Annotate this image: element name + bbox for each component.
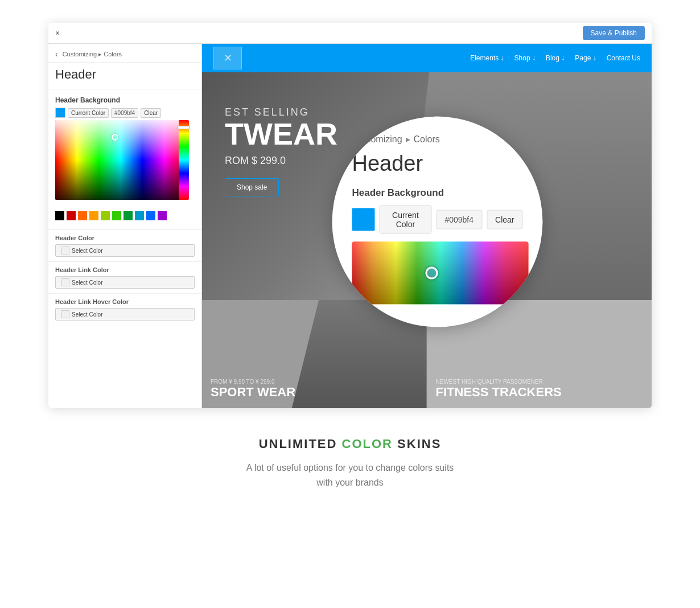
fake-logo: ✕ [213,47,242,69]
desc-line1: A lot of useful options for you to chang… [246,463,454,473]
hero-text: EST SELLING TWEAR ROM $ 299.0 Shop sale [225,106,337,196]
color-row-main: Current Color #009bf4 Clear [55,108,195,118]
select-color-btn-2[interactable]: Select Color [55,308,195,321]
magnify-current-color-btn[interactable]: Current Color [380,206,432,234]
screenshot-wrapper: × Save & Publish ‹ Customizing ▸ Colors … [48,23,652,408]
preview-website: ✕ Elements ↓ Shop ↓ Blog ↓ Page ↓ Contac… [202,44,652,408]
swatch-teal[interactable] [135,211,144,220]
sidebar: ‹ Customizing ▸ Colors Header Header Bac… [48,44,202,408]
sub-section-header-link-color: Header Link Color Select Color [48,261,201,293]
nav-item-contact: Contact Us [607,54,640,62]
sidebar-page-title: Header [48,63,201,89]
color-picker-area[interactable] [55,120,195,204]
magnify-picker-cursor[interactable] [425,267,438,280]
mini-swatch-0 [61,247,69,254]
magnify-clear-btn[interactable]: Clear [487,210,522,229]
sidebar-header-background: Header Background Current Color #009bf4 … [48,89,201,229]
magnify-breadcrumb-part2: Colors [414,134,440,144]
app-topbar: × Save & Publish [48,23,652,44]
magnify-hex-value: #009bf4 [436,210,482,229]
sidebar-breadcrumb: ‹ Customizing ▸ Colors [48,44,201,63]
bottom-description: A lot of useful options for you to chang… [246,461,454,490]
sub-label-header-link-hover-color: Header Link Hover Color [55,298,195,305]
hue-handle[interactable] [178,126,190,129]
nav-item-elements: Elements ↓ [470,54,504,62]
magnify-section-label: Header Background [352,187,523,199]
color-cursor[interactable] [112,134,118,141]
swatch-purple[interactable] [158,211,167,220]
color-overlay [55,120,186,200]
swatch-black[interactable] [55,211,64,220]
color-picker-gradient-box[interactable] [55,120,186,200]
breadcrumb-text: Customizing ▸ Colors [63,51,122,58]
swatches-row [55,209,195,223]
fake-website-header: ✕ Elements ↓ Shop ↓ Blog ↓ Page ↓ Contac… [202,44,652,72]
app-content: ‹ Customizing ▸ Colors Header Header Bac… [48,44,652,408]
close-button[interactable]: × [55,28,60,38]
magnify-circle: Customizing ▸ Colors Header Header Backg… [332,117,543,327]
hero-price: ROM $ 299.0 [225,155,337,167]
back-arrow-icon[interactable]: ‹ [55,50,58,59]
current-color-swatch [55,108,65,118]
swatch-blue[interactable] [146,211,155,220]
swatch-green[interactable] [112,211,121,220]
magnify-color-picker[interactable] [352,242,529,305]
nav-item-shop: Shop ↓ [514,54,536,62]
title-color: COLOR [342,437,393,451]
nav-item-blog: Blog ↓ [546,54,565,62]
swatch-orange[interactable] [78,211,87,220]
select-color-btn-0[interactable]: Select Color [55,244,195,257]
magnify-breadcrumb: Customizing ▸ Colors [352,134,523,145]
select-color-btn-1[interactable]: Select Color [55,276,195,289]
magnify-color-row: Current Color #009bf4 Clear [352,206,523,234]
current-color-button[interactable]: Current Color [68,108,109,118]
hue-slider[interactable] [179,120,189,200]
card2-title: FITNESS TRACKERS [436,385,644,400]
preview-area: ✕ Elements ↓ Shop ↓ Blog ↓ Page ↓ Contac… [202,44,652,408]
mini-swatch-2 [61,310,69,318]
swatch-darkgreen[interactable] [123,211,133,220]
sub-label-header-link-color: Header Link Color [55,266,195,273]
magnify-color-swatch [352,208,375,231]
title-skins: SKINS [397,437,441,451]
sub-label-header-color: Header Color [55,235,195,241]
fake-nav: Elements ↓ Shop ↓ Blog ↓ Page ↓ Contact … [470,54,640,62]
section-label-header-bg: Header Background [55,96,195,104]
bottom-section: UNLIMITED COLOR SKINS A lot of useful op… [235,408,466,507]
swatch-amber[interactable] [89,211,98,220]
hero-title: TWEAR [225,118,337,149]
sub-section-header-color: Header Color Select Color [48,229,201,261]
swatch-lime[interactable] [101,211,110,220]
sub-section-header-link-hover-color: Header Link Hover Color Select Color [48,293,201,325]
magnify-breadcrumb-arrow: ▸ [406,134,410,145]
save-publish-button[interactable]: Save & Publish [583,26,645,40]
nav-item-page: Page ↓ [575,54,596,62]
swatch-red[interactable] [67,211,76,220]
magnify-title: Header [352,151,523,176]
mini-swatch-1 [61,278,69,286]
bottom-title: UNLIMITED COLOR SKINS [246,437,454,451]
desc-line2: with your brands [316,478,383,487]
shop-sale-button[interactable]: Shop sale [225,178,279,196]
logo-icon: ✕ [224,52,232,64]
card2-subtitle: Newest High Quality Passomener [436,379,644,385]
magnify-picker-overlay [352,242,529,305]
clear-button[interactable]: Clear [141,108,161,118]
hex-value-display: #009bf4 [111,108,138,118]
title-unlimited: UNLIMITED [259,437,337,451]
